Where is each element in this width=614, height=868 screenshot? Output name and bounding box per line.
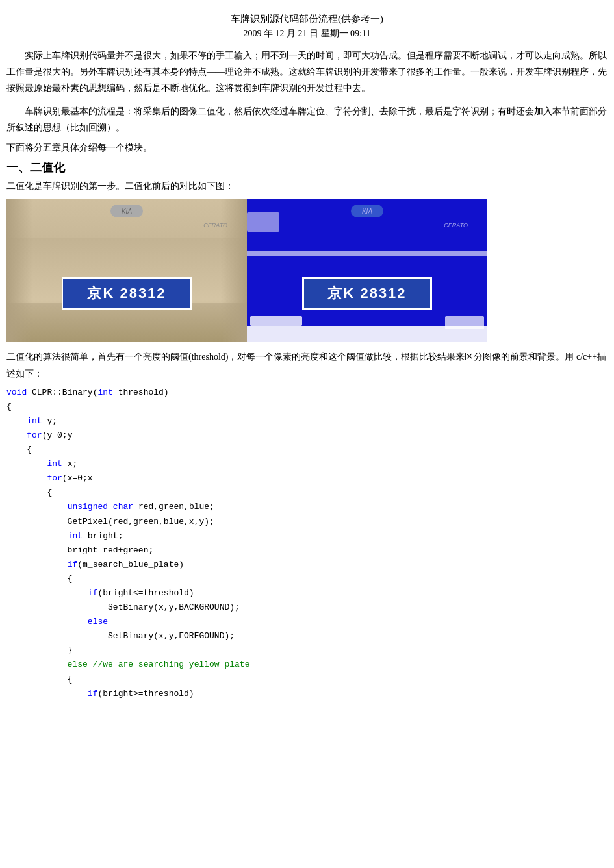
comparison-images: KIA CERATO 京K 28312 KIA CE bbox=[6, 199, 487, 342]
code-line: } bbox=[6, 643, 608, 658]
page-date: 2009 年 12 月 21 日 星期一 09:11 bbox=[6, 28, 608, 40]
binary-white-areas bbox=[247, 199, 487, 342]
section1-desc1: 二值化是车牌识别的第一步。二值化前后的对比如下图： bbox=[6, 178, 608, 194]
code-line: if(bright<=threshold) bbox=[6, 586, 608, 601]
license-plate-right: 京K 28312 bbox=[302, 277, 432, 310]
original-car-image: KIA CERATO 京K 28312 bbox=[6, 199, 247, 342]
code-block: void CLPR::Binary(int threshold){ int y;… bbox=[6, 386, 608, 701]
code-line: unsigned char red,green,blue; bbox=[6, 500, 608, 514]
algo-description: 二值化的算法很简单，首先有一个亮度的阈值(threshold)，对每一个像素的亮… bbox=[6, 349, 608, 381]
code-line: { bbox=[6, 673, 608, 687]
code-line: for(y=0;y bbox=[6, 428, 608, 443]
cerato-label-right: CERATO bbox=[444, 222, 468, 229]
code-line: else bbox=[6, 615, 608, 629]
code-line: int bright; bbox=[6, 529, 608, 543]
page-title: 车牌识别源代码部份流程(供参考一) bbox=[6, 13, 608, 25]
kia-logo-left: KIA bbox=[110, 205, 143, 217]
intro-paragraph-2: 车牌识别最基本的流程是：将采集后的图像二值化，然后依次经过车牌定位、字符分割、去… bbox=[6, 103, 608, 136]
code-line: if(m_search_blue_plate) bbox=[6, 558, 608, 572]
code-line: void CLPR::Binary(int threshold) bbox=[6, 386, 608, 400]
code-line: int y; bbox=[6, 414, 608, 428]
header-section: 车牌识别源代码部份流程(供参考一) 2009 年 12 月 21 日 星期一 0… bbox=[6, 13, 608, 40]
code-line: { bbox=[6, 572, 608, 586]
code-line: bright=red+green; bbox=[6, 543, 608, 558]
code-line: { bbox=[6, 400, 608, 414]
code-line: int x; bbox=[6, 457, 608, 471]
code-line: { bbox=[6, 443, 608, 457]
kia-logo-right: KIA bbox=[351, 205, 383, 217]
code-line: if(bright>=threshold) bbox=[6, 687, 608, 701]
code-line: SetBinary(x,y,FOREGOUND); bbox=[6, 629, 608, 643]
intro-paragraph-1: 实际上车牌识别代码量并不是很大，如果不停的手工输入；用不到一天的时间，即可大功告… bbox=[6, 47, 608, 97]
plate-text-right: 京K 28312 bbox=[327, 284, 406, 303]
license-plate-left: 京K 28312 bbox=[62, 277, 192, 310]
intro-paragraph-3: 下面将分五章具体介绍每一个模块。 bbox=[6, 140, 608, 156]
code-line: SetBinary(x,y,BACKGROUND); bbox=[6, 601, 608, 615]
code-line: for(x=0;x bbox=[6, 471, 608, 486]
code-line: { bbox=[6, 486, 608, 500]
code-line: else //we are searching yellow plate bbox=[6, 658, 608, 672]
plate-text-left: 京K 28312 bbox=[87, 284, 166, 303]
binarized-car-image: KIA CERATO 京K 28312 bbox=[247, 199, 487, 342]
section1-heading: 一、二值化 bbox=[6, 160, 608, 175]
code-line: GetPixel(red,green,blue,x,y); bbox=[6, 515, 608, 529]
